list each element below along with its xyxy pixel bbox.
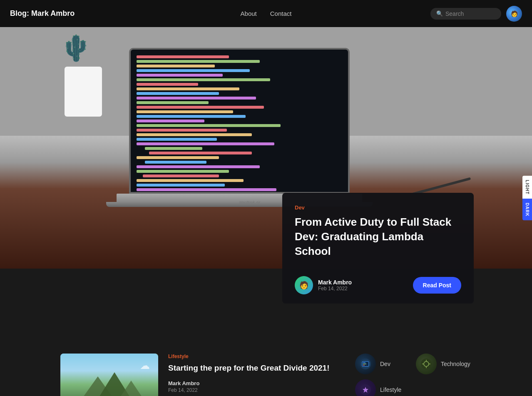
dev-category-icon (355, 354, 376, 374)
code-line (137, 110, 233, 113)
code-line (137, 78, 270, 81)
code-line (137, 124, 281, 127)
nav-contact[interactable]: Contact (270, 10, 292, 17)
hero-author-info: Mark Ambro Feb 14, 2022 (318, 279, 352, 291)
code-line (137, 55, 229, 58)
hero-title: From Active Duty to Full Stack Dev: Grad… (295, 215, 461, 259)
post-info: Lifestyle Starting the prep for the Grea… (168, 354, 338, 393)
theme-toggle: LIGHT DARK (522, 176, 532, 221)
hero-card: Dev From Active Duty to Full Stack Dev: … (282, 193, 474, 269)
sidebar: Dev Technology (355, 354, 472, 396)
search-box[interactable]: 🔍 (430, 8, 501, 20)
sidebar-category-tech[interactable]: Technology (416, 354, 472, 374)
code-line (137, 83, 198, 86)
post-title[interactable]: Starting the prep for the Great Divide 2… (168, 363, 338, 374)
posts-section: 🚶 ☁ Lifestyle Starting the prep for the … (60, 354, 338, 396)
post-category: Lifestyle (168, 354, 338, 359)
navbar: Blog: Mark Ambro About Contact 🔍 🧑 (0, 0, 532, 27)
tech-category-icon (416, 354, 437, 374)
code-line (137, 60, 260, 63)
search-input[interactable] (445, 10, 495, 17)
navbar-right: 🔍 🧑 (430, 6, 522, 22)
lifestyle-category-label: Lifestyle (380, 386, 401, 393)
navbar-nav: About Contact (241, 10, 292, 17)
code-line (145, 161, 206, 164)
code-line (137, 120, 204, 122)
post-author-date: Feb 14, 2022 (168, 387, 338, 393)
code-line (137, 92, 219, 95)
theme-dark-button[interactable]: DARK (522, 199, 532, 221)
dev-icon-svg (360, 358, 371, 370)
tech-icon-svg (420, 358, 432, 370)
plant-leaves: 🌵 (60, 33, 92, 63)
post-thumbnail: 🚶 ☁ (60, 354, 158, 396)
code-content (135, 54, 344, 193)
code-line (137, 74, 223, 77)
main-content: 🚶 ☁ Lifestyle Starting the prep for the … (0, 341, 532, 396)
code-line (137, 138, 217, 141)
read-post-button[interactable]: Read Post (413, 277, 461, 294)
sidebar-category-lifestyle[interactable]: Lifestyle (355, 379, 411, 396)
navbar-brand: Blog: Mark Ambro (10, 9, 75, 18)
hero-author-name: Mark Ambro (318, 279, 352, 286)
code-line (137, 101, 209, 104)
mountain-svg (60, 368, 158, 396)
post-author-name: Mark Ambro (168, 380, 338, 386)
code-line (149, 152, 252, 154)
cloud: ☁ (140, 360, 150, 371)
code-line (137, 184, 225, 187)
lifestyle-icon-svg (360, 384, 371, 396)
code-line (145, 147, 202, 150)
dev-category-label: Dev (380, 361, 390, 367)
code-line (137, 65, 215, 67)
code-line (137, 87, 239, 90)
sidebar-category-dev[interactable]: Dev (355, 354, 411, 374)
hero-category: Dev (295, 204, 461, 211)
theme-light-button[interactable]: LIGHT (522, 176, 532, 199)
code-line (137, 156, 219, 159)
code-line (143, 174, 219, 177)
search-icon: 🔍 (436, 10, 443, 17)
hero-author-avatar: 🧑 (295, 276, 313, 294)
plant-pot: 🌵 (65, 67, 102, 117)
hero-section: 🌵 (0, 27, 532, 269)
code-line (137, 188, 276, 191)
code-line (137, 170, 229, 173)
code-line (137, 106, 264, 109)
code-line (137, 133, 252, 136)
sidebar-categories: Dev Technology (355, 354, 472, 396)
code-line (137, 97, 256, 100)
code-line (137, 142, 274, 145)
lifestyle-category-icon (355, 379, 376, 396)
avatar-image: 🧑 (506, 6, 522, 22)
code-line (137, 69, 250, 72)
code-line (137, 115, 246, 118)
avatar[interactable]: 🧑 (506, 6, 522, 22)
code-line (137, 129, 227, 132)
nav-about[interactable]: About (241, 10, 257, 17)
code-line (137, 165, 260, 168)
post-thumb-bg: 🚶 ☁ (60, 354, 158, 396)
code-line (137, 179, 244, 182)
laptop-screen: MacBook Air (129, 48, 350, 194)
laptop: MacBook Air (104, 48, 395, 207)
plant: 🌵 (65, 67, 102, 117)
tech-category-label: Technology (441, 361, 470, 367)
hero-author-date: Feb 14, 2022 (318, 286, 352, 291)
hero-author-row: 🧑 Mark Ambro Feb 14, 2022 Read Post (282, 269, 474, 304)
